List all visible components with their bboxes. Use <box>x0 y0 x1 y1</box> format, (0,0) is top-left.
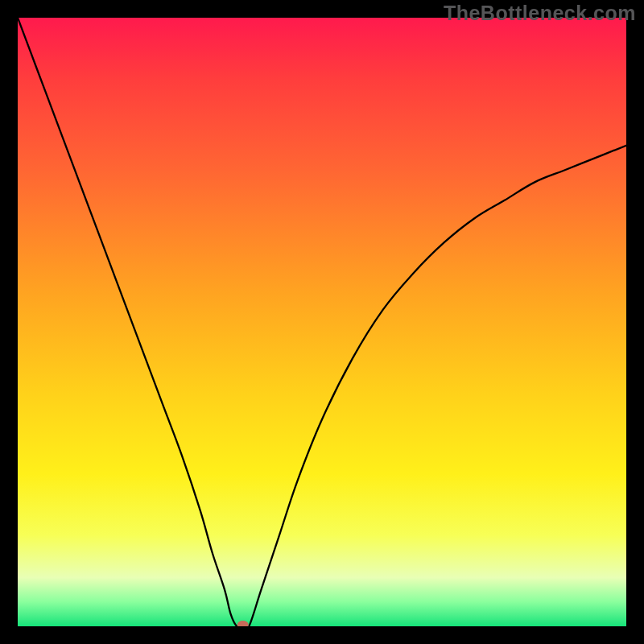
chart-frame: TheBottleneck.com <box>0 0 644 644</box>
plot-area <box>18 18 626 626</box>
minimum-marker <box>237 621 249 626</box>
watermark-text: TheBottleneck.com <box>444 2 636 25</box>
curve-svg <box>18 18 626 626</box>
bottleneck-curve <box>18 18 626 626</box>
